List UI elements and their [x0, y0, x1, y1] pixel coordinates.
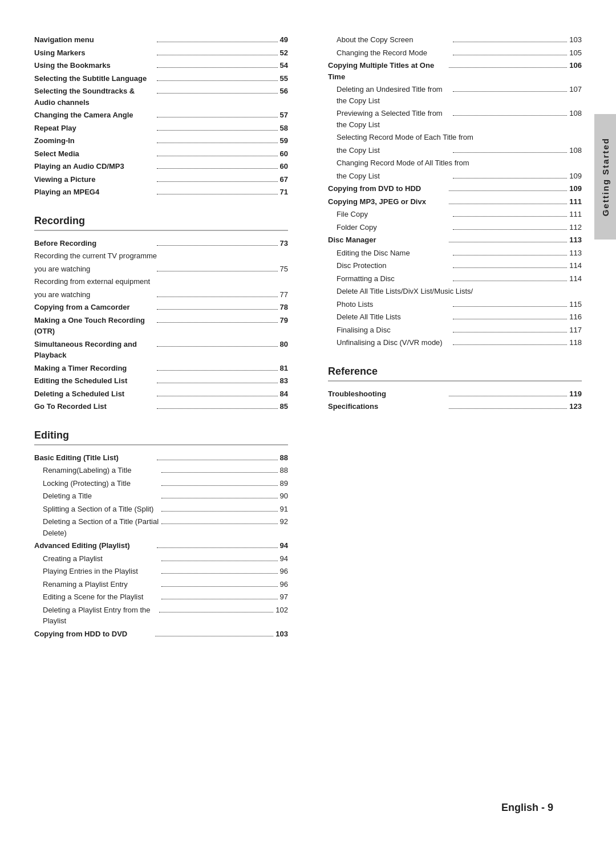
toc-dots [453, 267, 567, 268]
toc-title: Copying MP3, JPEG or Divx [328, 196, 447, 208]
toc-entry: Using the Bookmarks54 [34, 60, 288, 71]
toc-title: Finalising a Disc [337, 324, 451, 336]
toc-dots [155, 636, 274, 636]
toc-title: Changing Record Mode of All Titles from [337, 157, 582, 169]
toc-entry: Making a Timer Recording81 [34, 363, 288, 374]
col-right: About the Copy Screen103Changing the Rec… [317, 34, 582, 790]
reference-section-header: Reference [328, 366, 582, 378]
toc-page: 102 [275, 604, 288, 616]
toc-entry: Folder Copy112 [328, 222, 582, 233]
toc-dots [161, 472, 278, 473]
toc-dots [157, 67, 277, 68]
toc-entry: Troubleshooting119 [328, 388, 582, 400]
toc-page: 113 [569, 234, 582, 246]
toc-page: 117 [569, 324, 582, 336]
toc-entry: Disc Protection114 [328, 260, 582, 271]
toc-entry: the Copy List108 [328, 145, 582, 156]
toc-title: Renaming a Playlist Entry [43, 579, 159, 590]
toc-entry: Changing Record Mode of All Titles from [328, 157, 582, 169]
toc-title: Using the Bookmarks [34, 60, 155, 71]
main-content: Navigation menu49Using Markers52Using th… [34, 34, 582, 790]
toc-page: 85 [280, 401, 288, 412]
recording-divider [34, 230, 288, 231]
toc-entry: Copying from a Camcorder78 [34, 302, 288, 313]
toc-page: 90 [280, 490, 288, 502]
page-container: Navigation menu49Using Markers52Using th… [0, 0, 616, 848]
toc-title: Editing a Scene for the Playlist [43, 591, 159, 603]
toc-dots [157, 309, 277, 310]
toc-page: 58 [280, 123, 288, 134]
toc-entry: Recording the current TV programme [34, 250, 288, 262]
toc-entry: you are watching77 [34, 289, 288, 301]
toc-entry: Formatting a Disc114 [328, 273, 582, 285]
toc-title: Making a Timer Recording [34, 363, 155, 374]
toc-title: Formatting a Disc [337, 273, 451, 285]
toc-page: 52 [280, 47, 288, 59]
toc-dots [157, 194, 277, 194]
recording-toc: Before Recording73Recording the current … [34, 238, 288, 412]
toc-dots [449, 67, 568, 68]
toc-dots [157, 396, 277, 396]
toc-entry: Renaming(Labeling) a Title88 [34, 465, 288, 476]
toc-page: 116 [569, 311, 582, 323]
toc-entry: Select Media60 [34, 148, 288, 160]
toc-title: Delete All Title Lists [337, 311, 451, 323]
toc-entry: Simultaneous Recording and Playback80 [34, 339, 288, 361]
toc-title: Viewing a Picture [34, 174, 155, 185]
toc-entry: Deleting a Scheduled List84 [34, 388, 288, 400]
toc-entry: Editing a Scene for the Playlist97 [34, 591, 288, 603]
toc-entry: Deleting a Playlist Entry from the Playl… [34, 604, 288, 627]
toc-page: 103 [275, 628, 288, 640]
toc-entry: Copying Multiple Titles at One Time106 [328, 60, 582, 82]
toc-page: 108 [569, 145, 582, 156]
toc-dots [157, 168, 277, 169]
toc-title: Troubleshooting [328, 388, 447, 400]
toc-page: 108 [569, 108, 582, 119]
toc-title: Changing the Record Mode [337, 47, 451, 59]
toc-page: 103 [569, 34, 582, 46]
toc-entry: Playing an Audio CD/MP360 [34, 161, 288, 172]
toc-dots [157, 143, 277, 143]
editing-divider [34, 444, 288, 445]
toc-entry: Changing the Record Mode105 [328, 47, 582, 59]
toc-dots [161, 586, 278, 587]
toc-entry: Basic Editing (Title List)88 [34, 452, 288, 464]
toc-title: Deleting a Scheduled List [34, 388, 155, 400]
toc-dots [157, 181, 277, 182]
recording-section-header: Recording [34, 215, 288, 227]
toc-entry: Disc Manager113 [328, 234, 582, 246]
toc-title: you are watching [34, 289, 155, 301]
toc-title: Basic Editing (Title List) [34, 452, 155, 464]
toc-entry: Deleting an Undesired Title from the Cop… [328, 84, 582, 106]
toc-title: Playing an Audio CD/MP3 [34, 161, 155, 172]
toc-entry: Repeat Play58 [34, 123, 288, 134]
toc-page: 88 [280, 465, 288, 476]
toc-dots [157, 271, 277, 271]
toc-entry: Zooming-In59 [34, 135, 288, 147]
editing-section-header: Editing [34, 429, 288, 441]
toc-dots [161, 485, 278, 486]
toc-page: 67 [280, 174, 288, 185]
toc-title: Advanced Editing (Playlist) [34, 540, 155, 551]
toc-page: 81 [280, 363, 288, 374]
toc-title: Making a One Touch Recording (OTR) [34, 315, 155, 337]
toc-dots [453, 55, 567, 55]
toc-dots [157, 408, 277, 409]
toc-title: Zooming-In [34, 135, 155, 147]
toc-title: Disc Protection [337, 260, 451, 271]
toc-page: 118 [569, 337, 582, 348]
toc-page: 83 [280, 375, 288, 387]
toc-page: 75 [280, 263, 288, 275]
toc-page: 97 [280, 591, 288, 603]
toc-title: Locking (Protecting) a Title [43, 478, 159, 489]
toc-page: 111 [569, 196, 582, 208]
toc-title: you are watching [34, 263, 155, 275]
toc-page: 54 [280, 60, 288, 71]
toc-dots [449, 396, 568, 396]
toc-title: Deleting a Title [43, 490, 159, 502]
toc-dots [161, 511, 278, 512]
toc-entry: Finalising a Disc117 [328, 324, 582, 336]
toc-entry: Deleting a Section of a Title (Partial D… [34, 516, 288, 538]
toc-page: 123 [569, 401, 582, 412]
toc-title: Navigation menu [34, 34, 155, 46]
